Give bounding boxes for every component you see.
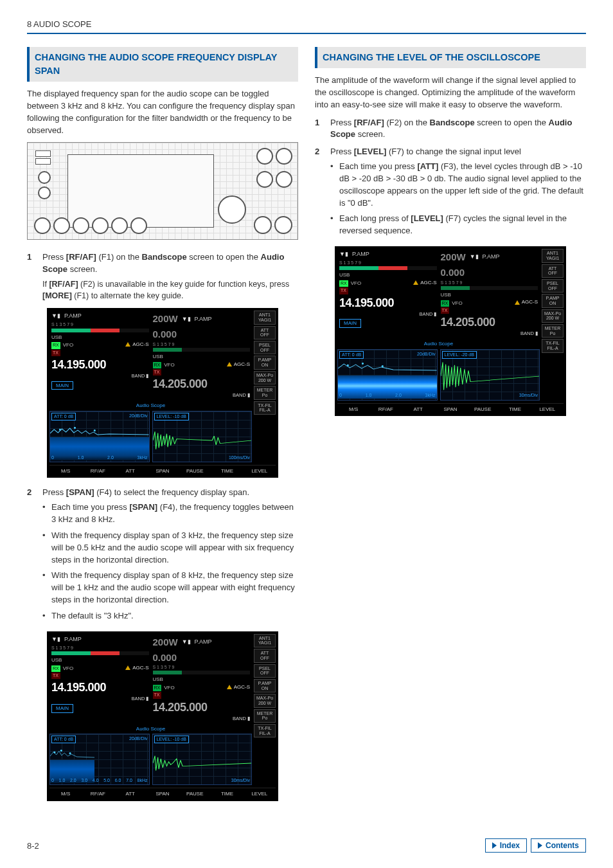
right-step-2: 2 Press [LEVEL] (F7) to change the signa… (315, 146, 586, 241)
page-number: 8-2 (27, 841, 39, 851)
right-step-1: 1 Press [RF/AF] (F2) on the Bandscope sc… (315, 117, 586, 141)
side-pamp: P.AMPON (254, 356, 276, 369)
left-step-2: 2 Press [SPAN] (F4) to select the freque… (27, 487, 298, 626)
oscilloscope-graph: LEVEL: -10 dB 100ms/Div (152, 411, 253, 462)
index-link[interactable]: Index (485, 838, 527, 853)
right-column: CHANGING THE LEVEL OF THE OSCILLOSCOPE T… (315, 47, 586, 810)
audio-scope-screenshot-level: ▼▮P.AMP S 1 3 5 7 9 USB RXTX VFO AGC-S 1… (335, 246, 566, 416)
columns: CHANGING THE AUDIO SCOPE FREQUENCY DISPL… (27, 47, 586, 810)
left-step-1-note: If [RF/AF] (F2) is unavailable in the ke… (42, 278, 298, 302)
section-heading-span: CHANGING THE AUDIO SCOPE FREQUENCY DISPL… (27, 47, 298, 82)
audio-scope-screenshot-8khz: ▼▮P.AMP S 1 3 5 7 9 USB RXTX VFO AGC-S 1… (47, 631, 278, 801)
side-psel: PSELOFF (254, 341, 276, 354)
side-att: ATTOFF (254, 326, 276, 339)
function-keys: M/SRF/AFATTSPANPAUSETIMELEVEL (49, 465, 276, 477)
oscilloscope-graph-8k: LEVEL: -10 dB 30ms/Div (152, 734, 253, 785)
fft-graph-8k: ATT: 0 dB 20dB/Div 01.02.03.04.05.06.07.… (49, 734, 150, 785)
fft-graph: ATT: 0 dB 20dB/Div 01.02.03kHz (49, 411, 150, 462)
side-txfil: TX-FILFIL-A (254, 401, 276, 415)
right-intro: The amplitude of the waveform will chang… (315, 75, 586, 111)
side-maxpo: MAX-Po200 W (254, 371, 276, 384)
page: 8 AUDIO SCOPE CHANGING THE AUDIO SCOPE F… (0, 0, 613, 868)
audio-scope-screenshot-3khz: ▼▮P.AMP S 1 3 5 7 9 USB RXTX VFO AGC-S 1… (47, 308, 278, 478)
side-meter: METERPo (254, 386, 276, 399)
header-rule (27, 33, 586, 34)
contents-link[interactable]: Contents (531, 838, 586, 853)
radio-front-panel-diagram (27, 142, 298, 240)
section-heading-level: CHANGING THE LEVEL OF THE OSCILLOSCOPE (315, 47, 586, 68)
left-column: CHANGING THE AUDIO SCOPE FREQUENCY DISPL… (27, 47, 298, 810)
left-intro: The displayed frequency span for the aud… (27, 88, 298, 136)
side-ant: ANT1YAGI1 (254, 311, 276, 324)
oscilloscope-graph-level: LEVEL: -20 dB 30ms/Div (440, 349, 540, 401)
chapter-header: 8 AUDIO SCOPE (27, 19, 586, 33)
footer: 8-2 Index Contents (27, 838, 586, 853)
left-step-1: 1 Press [RF/AF] (F1) on the Bandscope sc… (27, 251, 298, 276)
fft-graph-level: ATT: 0 dB 20dB/Div 01.02.03kHz (337, 349, 438, 401)
